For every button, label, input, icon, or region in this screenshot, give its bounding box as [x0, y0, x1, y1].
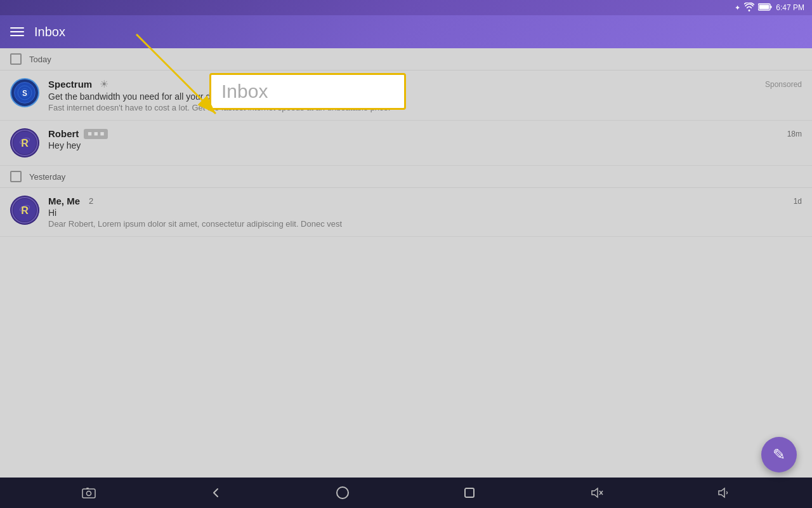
email-time-meme: 1d — [794, 197, 802, 206]
svg-rect-1 — [771, 6, 772, 8]
email-content-meme: Me, Me 2 1d Hi Dear Robert, Lorem ipsum … — [48, 196, 802, 229]
email-sender-tag-robert: ■ ■ ■ — [84, 129, 108, 139]
today-label: Today — [29, 55, 51, 64]
back-nav-icon[interactable] — [203, 480, 228, 505]
yesterday-label: Yesterday — [29, 172, 65, 182]
avatar-meme: R — [10, 196, 39, 225]
hamburger-menu-icon[interactable] — [10, 27, 24, 36]
toolbar-title: Inbox — [34, 25, 65, 39]
status-icons: ✦ 6:47 PM — [735, 3, 804, 13]
avatar-spectrum: S — [10, 78, 39, 107]
email-preview-meme: Dear Robert, Lorem ipsum dolor sit amet,… — [48, 219, 802, 229]
email-subject-meme: Hi — [48, 208, 802, 218]
section-header-today: Today — [0, 48, 812, 70]
svg-point-20 — [87, 491, 91, 496]
email-subject-spectrum: Get the bandwidth you need for all your … — [48, 91, 802, 102]
bottom-nav — [0, 478, 812, 508]
email-item-meme[interactable]: R Me, Me 2 1d Hi Dear Robert, Lorem ipsu… — [0, 188, 812, 237]
email-list: Today S Spectrum ☀ Sponsored Get the ban… — [0, 48, 812, 237]
svg-rect-23 — [465, 488, 474, 497]
bluetooth-icon: ✦ — [735, 4, 740, 12]
inbox-tooltip: Inbox — [209, 73, 406, 110]
recents-nav-icon[interactable] — [457, 480, 482, 505]
email-item-robert[interactable]: R Robert ■ ■ ■ 18m Hey hey — [0, 121, 812, 166]
svg-rect-2 — [759, 5, 769, 10]
home-nav-icon[interactable] — [330, 480, 355, 505]
battery-icon — [758, 3, 772, 12]
status-bar: ✦ 6:47 PM — [0, 0, 812, 15]
email-content-robert: Robert ■ ■ ■ 18m Hey hey — [48, 128, 802, 152]
avatar-robert: R — [10, 128, 39, 157]
email-subject-robert: Hey hey — [48, 140, 802, 150]
wifi-icon — [744, 3, 754, 13]
volume-down-nav-icon[interactable] — [710, 480, 736, 505]
email-sender-meme: Me, Me — [48, 196, 80, 206]
yesterday-checkbox[interactable] — [10, 171, 22, 182]
email-preview-spectrum: Fast internet doesn't have to cost a lot… — [48, 103, 802, 112]
email-item-spectrum[interactable]: S Spectrum ☀ Sponsored Get the bandwidth… — [0, 70, 812, 121]
svg-point-22 — [337, 487, 348, 498]
spectrum-sun-icon: ☀ — [100, 78, 108, 90]
toolbar: Inbox — [0, 15, 812, 48]
svg-rect-21 — [86, 488, 89, 489]
email-content-spectrum: Spectrum ☀ Sponsored Get the bandwidth y… — [48, 78, 802, 112]
email-count-meme: 2 — [89, 196, 93, 206]
email-time-robert: 18m — [787, 130, 802, 138]
sponsored-label: Sponsored — [765, 80, 802, 89]
email-sender-robert: Robert — [48, 128, 79, 139]
compose-fab[interactable]: ✎ — [761, 437, 797, 472]
section-header-yesterday: Yesterday — [0, 166, 812, 188]
volume-mute-nav-icon[interactable] — [584, 480, 609, 505]
today-checkbox[interactable] — [10, 53, 22, 65]
svg-rect-19 — [82, 489, 95, 498]
inbox-tooltip-text: Inbox — [221, 81, 268, 102]
compose-icon: ✎ — [773, 447, 785, 462]
status-time: 6:47 PM — [776, 3, 804, 12]
email-sender-spectrum: Spectrum — [48, 79, 92, 90]
screenshot-nav-icon[interactable] — [76, 480, 102, 505]
